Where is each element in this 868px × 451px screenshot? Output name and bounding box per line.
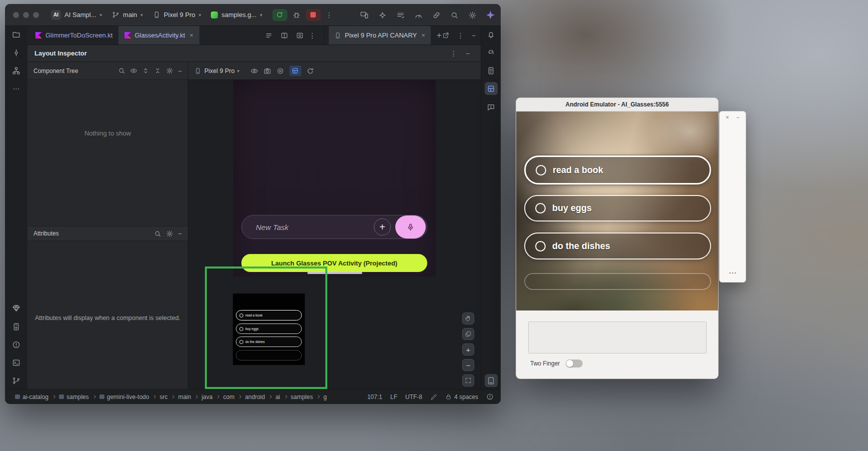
device-manager-tool-button[interactable] (10, 320, 23, 333)
glasses-button[interactable] (726, 246, 739, 260)
more-tool-windows-button[interactable]: ⋯ (10, 82, 23, 95)
notifications-tool-button[interactable] (485, 28, 498, 41)
filter-button[interactable] (130, 67, 137, 74)
two-finger-toggle[interactable] (566, 360, 583, 368)
app-insights-tool-button[interactable] (485, 100, 498, 114)
emulator-screen[interactable]: read a book buy eggs do the dishes (516, 112, 718, 310)
breadcrumb-item[interactable]: main (178, 394, 191, 400)
back-button[interactable] (726, 227, 739, 240)
power-button[interactable] (726, 128, 739, 140)
more-options-icon[interactable]: ⋮ (450, 50, 457, 57)
voice-input-button[interactable] (395, 216, 426, 238)
search-everywhere-button[interactable] (450, 11, 459, 20)
trackpad-area[interactable] (528, 322, 707, 354)
breadcrumb-item[interactable]: ai-catalog (15, 394, 48, 400)
breadcrumb-item[interactable]: samples (59, 394, 89, 400)
todo-item[interactable]: do the dishes (524, 232, 711, 260)
todo-item[interactable]: buy eggs (524, 195, 711, 222)
todo-item[interactable]: buy eggs (236, 324, 302, 334)
more-actions-icon[interactable]: ⋮ (326, 12, 333, 18)
edit-mode-widget[interactable] (430, 394, 437, 400)
add-task-button[interactable]: + (374, 218, 391, 236)
design-view-button[interactable] (296, 32, 304, 40)
close-tab-icon[interactable]: × (189, 32, 193, 38)
resource-manager-tool-button[interactable] (10, 302, 23, 314)
record-screen-button[interactable] (276, 67, 284, 75)
settings-button[interactable] (468, 11, 477, 20)
gradle-tool-button[interactable] (485, 46, 498, 59)
open-in-window-button[interactable] (442, 32, 450, 39)
breadcrumb-item[interactable]: ai (275, 394, 280, 400)
launch-glasses-button[interactable]: Launch Glasses POV Activity (Projected) (241, 254, 427, 272)
problems-tool-button[interactable] (10, 338, 23, 351)
profiler-button[interactable] (414, 11, 423, 20)
mirror-device-button[interactable] (360, 10, 369, 20)
hide-panel-icon[interactable]: − (466, 50, 470, 57)
running-device-tab[interactable]: Pixel 9 Pro API CANARY × (329, 26, 431, 44)
zoom-in-button[interactable]: + (462, 344, 474, 356)
layout-inspector-tool-button[interactable] (485, 82, 498, 95)
hide-panel-icon[interactable]: − (178, 68, 182, 74)
todo-item[interactable]: do the dishes (236, 336, 302, 347)
gemini-icon[interactable] (486, 11, 495, 20)
layers-button[interactable] (462, 328, 474, 340)
breadcrumb-item[interactable]: android (245, 394, 265, 400)
split-view-button[interactable] (280, 32, 288, 40)
todo-item[interactable]: read a book (524, 156, 711, 184)
camera-button[interactable] (726, 207, 739, 220)
search-button[interactable] (154, 230, 161, 238)
version-control-tool-button[interactable] (10, 374, 23, 387)
close-tab-icon[interactable]: × (421, 32, 425, 38)
screenshot-button[interactable] (263, 67, 271, 75)
todo-item[interactable]: read a book (236, 310, 302, 320)
close-window-button[interactable] (13, 12, 19, 18)
more-options-icon[interactable]: ⋮ (457, 32, 464, 39)
tab-glassesactivity[interactable]: GlassesActivity.kt × (118, 26, 199, 44)
show-pointer-button[interactable] (250, 67, 258, 75)
indent-widget[interactable]: 4 spaces (445, 394, 478, 400)
structure-tool-button[interactable] (10, 64, 23, 77)
device-explorer-tool-button[interactable] (485, 64, 498, 77)
breadcrumb-item[interactable]: samples (291, 394, 313, 400)
search-button[interactable] (118, 67, 125, 74)
debug-button[interactable] (292, 10, 301, 19)
settings-button[interactable] (166, 230, 173, 238)
hide-panel-icon[interactable]: − (178, 230, 182, 237)
code-view-button[interactable] (265, 32, 273, 40)
zoom-window-button[interactable] (33, 12, 39, 18)
settings-button[interactable] (166, 67, 173, 74)
inspections-widget[interactable] (486, 393, 494, 400)
breadcrumb-item[interactable]: java (201, 394, 212, 400)
file-encoding[interactable]: UTF-8 (405, 394, 422, 400)
tab-glimmertodoscreen[interactable]: GlimmerToDoScreen.kt (29, 26, 118, 44)
run-config-selector[interactable]: samples.g... ▾ (211, 11, 262, 18)
more-options-icon[interactable]: ⋮ (309, 32, 316, 39)
project-selector[interactable]: AI AI Sampl... ▾ (51, 10, 102, 20)
close-icon[interactable]: × (726, 114, 729, 121)
restart-button[interactable] (306, 67, 314, 75)
zoom-fit-button[interactable] (462, 374, 474, 386)
logcat-button[interactable] (396, 11, 405, 20)
zoom-out-button[interactable]: − (462, 359, 474, 371)
link-devices-button[interactable] (432, 11, 441, 20)
minimize-icon[interactable]: − (736, 114, 740, 121)
add-device-icon[interactable]: + (437, 31, 442, 40)
collapse-all-button[interactable] (154, 67, 161, 74)
terminal-tool-button[interactable] (10, 356, 23, 369)
expand-all-button[interactable] (142, 67, 149, 74)
project-tool-button[interactable] (10, 28, 23, 41)
commit-tool-button[interactable] (10, 46, 23, 59)
caret-position[interactable]: 107:1 (367, 394, 382, 400)
breadcrumb-item[interactable]: com (223, 394, 234, 400)
layout-inspector-toggle[interactable] (289, 66, 301, 76)
more-controls-button[interactable]: ⋯ (726, 266, 739, 280)
gemini-sparkle-button[interactable] (378, 11, 387, 20)
rerun-button[interactable] (272, 9, 287, 21)
breadcrumb-item[interactable]: gemini-live-todo (99, 394, 149, 400)
running-devices-tool-button[interactable] (485, 374, 498, 387)
branch-selector[interactable]: main ▾ (112, 11, 143, 18)
device-selector[interactable]: Pixel 9 Pro ▾ (153, 11, 201, 18)
volume-up-button[interactable] (726, 147, 739, 160)
device-selector-label[interactable]: Pixel 9 Pro (204, 68, 234, 74)
stop-button[interactable] (306, 9, 321, 21)
